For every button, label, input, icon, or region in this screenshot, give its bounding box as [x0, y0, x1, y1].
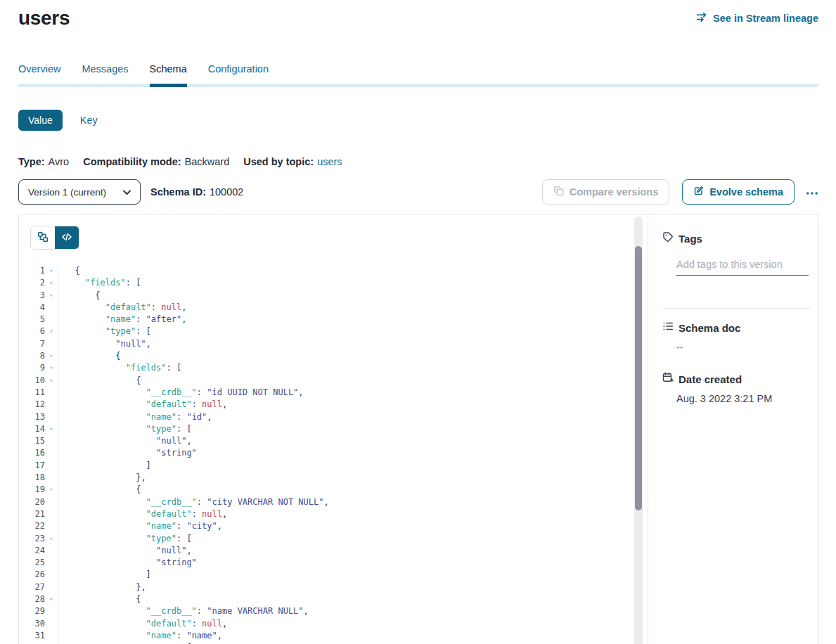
- line-number: 30: [30, 618, 45, 630]
- code-line: 23▾ "type": [: [30, 533, 648, 545]
- code-line: 29 "__crdb__": "name VARCHAR NULL",: [30, 605, 648, 617]
- version-toolbar: Version 1 (current) Schema ID:100002 Com…: [18, 179, 818, 205]
- line-number: 11: [30, 387, 45, 399]
- tree-view-button[interactable]: [31, 226, 55, 249]
- line-number: 6: [30, 326, 45, 337]
- line-number: 26: [30, 569, 45, 581]
- date-created-section-heading: Date created: [662, 372, 811, 386]
- tab-configuration[interactable]: Configuration: [208, 63, 269, 87]
- fold-spacer: [45, 435, 58, 447]
- tag-icon: [662, 231, 674, 245]
- calendar-plus-icon: [662, 372, 674, 386]
- meta-item: Used by topic:users: [243, 156, 342, 167]
- code-line: 13 "name": "id",: [30, 411, 648, 423]
- meta-value-link[interactable]: users: [317, 156, 342, 167]
- line-number: 21: [30, 508, 45, 520]
- schema-doc-value: --: [676, 342, 811, 353]
- fold-arrow-icon[interactable]: ▾: [45, 277, 58, 289]
- fold-spacer: [45, 569, 58, 581]
- meta-value: Avro: [49, 156, 70, 167]
- meta-value: Backward: [185, 156, 230, 167]
- code-text: "type": [: [58, 326, 648, 337]
- scrollbar-thumb[interactable]: [635, 246, 642, 510]
- tags-input[interactable]: [676, 259, 809, 276]
- code-text: "type": [: [58, 423, 648, 435]
- code-text: "name": "name",: [58, 630, 648, 642]
- code-view-button[interactable]: [55, 226, 79, 249]
- fold-spacer: [45, 605, 58, 617]
- line-number: 23: [30, 533, 45, 545]
- code-line: 28▾ {: [30, 593, 648, 605]
- code-text: "__crdb__": "name VARCHAR NULL",: [58, 605, 648, 617]
- code-line: 25 "string": [30, 557, 648, 569]
- key-toggle-button[interactable]: Key: [80, 115, 98, 126]
- code-line: 31 "name": "name",: [30, 630, 648, 642]
- tab-overview[interactable]: Overview: [18, 63, 60, 87]
- code-text: },: [58, 581, 648, 593]
- fold-arrow-icon[interactable]: ▾: [45, 290, 58, 302]
- code-text: {: [58, 593, 648, 605]
- fold-arrow-icon[interactable]: ▾: [45, 484, 58, 496]
- line-number: 2: [30, 277, 45, 289]
- tab-schema[interactable]: Schema: [150, 63, 187, 87]
- fold-arrow-icon[interactable]: ▾: [45, 326, 58, 337]
- fold-arrow-icon[interactable]: ▾: [45, 423, 58, 435]
- fold-spacer: [45, 314, 58, 326]
- line-number: 14: [30, 423, 45, 435]
- see-in-stream-lineage-link[interactable]: See in Stream lineage: [696, 12, 818, 25]
- code-text: "null",: [58, 338, 648, 350]
- schema-code: 1▾ {2▾ "fields": [3▾ {4 "default": null,…: [30, 265, 648, 644]
- fold-arrow-icon[interactable]: ▾: [45, 265, 58, 277]
- code-line: 21 "default": null,: [30, 508, 648, 520]
- fold-spacer: [45, 581, 58, 593]
- edit-square-icon: [693, 186, 704, 198]
- evolve-schema-label: Evolve schema: [709, 186, 783, 198]
- fold-spacer: [45, 618, 58, 630]
- line-number: 17: [30, 460, 45, 472]
- tags-section-heading: Tags: [662, 231, 811, 245]
- code-text: "default": null,: [58, 508, 648, 520]
- code-line: 4 "default": null,: [30, 302, 648, 314]
- value-toggle-button[interactable]: Value: [18, 110, 63, 131]
- toolbar-actions: Compare versions Evolve schema: [542, 179, 818, 205]
- schema-card: 1▾ {2▾ "fields": [3▾ {4 "default": null,…: [18, 214, 818, 644]
- fold-arrow-icon[interactable]: ▾: [45, 350, 58, 362]
- scrollbar-track[interactable]: [634, 217, 643, 644]
- code-line: 1▾ {: [30, 265, 648, 277]
- more-options-button[interactable]: [806, 187, 818, 198]
- fold-spacer: [45, 399, 58, 411]
- code-text: "default": null,: [58, 618, 648, 630]
- fold-spacer: [45, 630, 58, 642]
- code-line: 27 },: [30, 581, 648, 593]
- evolve-schema-button[interactable]: Evolve schema: [682, 179, 795, 205]
- fold-spacer: [45, 302, 58, 314]
- line-number: 5: [30, 314, 45, 326]
- code-line: 11 "__crdb__": "id UUID NOT NULL",: [30, 387, 648, 399]
- fold-arrow-icon[interactable]: ▾: [45, 593, 58, 605]
- line-number: 15: [30, 435, 45, 447]
- value-key-toggle: Value Key: [18, 110, 818, 131]
- fold-spacer: [45, 520, 58, 532]
- code-line: 10▾ {: [30, 375, 648, 387]
- fold-spacer: [45, 460, 58, 472]
- code-text: ]: [58, 460, 648, 472]
- schema-sidebar: Tags Schema doc --: [648, 214, 818, 644]
- compare-versions-button[interactable]: Compare versions: [542, 179, 670, 205]
- fold-arrow-icon[interactable]: ▾: [45, 375, 58, 387]
- tab-messages[interactable]: Messages: [82, 63, 128, 87]
- code-line: 26 ]: [30, 569, 648, 581]
- line-number: 13: [30, 411, 45, 423]
- fold-spacer: [45, 545, 58, 557]
- code-line: 12 "default": null,: [30, 399, 648, 411]
- fold-arrow-icon[interactable]: ▾: [45, 362, 58, 374]
- line-number: 16: [30, 447, 45, 459]
- fold-arrow-icon[interactable]: ▾: [45, 533, 58, 545]
- fold-spacer: [45, 557, 58, 569]
- version-select[interactable]: Version 1 (current): [18, 179, 141, 205]
- line-number: 25: [30, 557, 45, 569]
- code-text: "null",: [58, 545, 648, 557]
- stream-lineage-icon: [696, 12, 708, 25]
- code-line: 18 },: [30, 472, 648, 484]
- line-number: 31: [30, 630, 45, 642]
- lineage-link-label: See in Stream lineage: [713, 13, 818, 24]
